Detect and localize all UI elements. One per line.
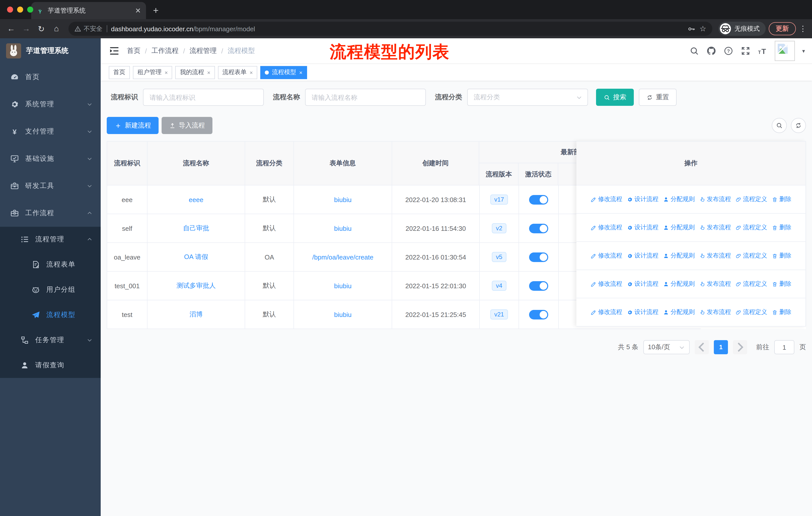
action-deploy-hand-link[interactable]: 发布流程 (699, 195, 731, 203)
tag-close-icon[interactable]: × (250, 69, 253, 75)
toggle-search-button[interactable] (772, 118, 787, 133)
form-info-link[interactable]: /bpm/oa/leave/create (312, 253, 374, 261)
search-icon[interactable] (689, 46, 699, 56)
prev-page-button[interactable] (695, 340, 709, 354)
window-controls[interactable] (7, 6, 33, 12)
process-name-link[interactable]: 滔博 (190, 310, 203, 319)
sidebar-item-4[interactable]: 研发工具 (0, 172, 101, 199)
search-button[interactable]: 搜索 (596, 89, 634, 106)
font-size-icon[interactable]: TT (758, 46, 768, 56)
sidebar-item-6[interactable]: 流程管理 (0, 227, 101, 252)
back-icon[interactable]: ← (5, 24, 17, 33)
tag-4[interactable]: 流程模型× (261, 66, 307, 79)
action-delete-link[interactable]: 删除 (772, 223, 791, 232)
tab-close-icon[interactable]: ✕ (135, 6, 141, 15)
app-logo[interactable]: 芋道管理系统 (0, 38, 101, 63)
reload-icon[interactable]: ↻ (35, 24, 47, 33)
browser-menu-icon[interactable]: ⋮ (799, 24, 807, 33)
action-delete-link[interactable]: 删除 (772, 195, 791, 203)
breadcrumb-workflow[interactable]: 工作流程 (151, 46, 179, 55)
filter-id-input[interactable] (143, 89, 264, 106)
sidebar-item-11[interactable]: 请假查询 (0, 353, 101, 378)
active-toggle[interactable] (529, 310, 548, 319)
tag-0[interactable]: 首页 (109, 66, 130, 79)
refresh-table-button[interactable] (791, 118, 806, 133)
page-size-select[interactable]: 10条/页 (643, 340, 690, 354)
new-tab-button[interactable]: + (153, 5, 158, 16)
action-deploy-hand-link[interactable]: 发布流程 (699, 308, 731, 317)
action-edit-link[interactable]: 修改流程 (590, 223, 622, 232)
action-design-gear-link[interactable]: 设计流程 (627, 251, 659, 260)
action-delete-link[interactable]: 删除 (772, 308, 791, 317)
sidebar-item-2[interactable]: ¥支付管理 (0, 118, 101, 145)
action-edit-link[interactable]: 修改流程 (590, 251, 622, 260)
form-info-link[interactable]: biubiu (334, 196, 351, 203)
import-process-button[interactable]: 导入流程 (162, 117, 212, 134)
tag-1[interactable]: 租户管理× (133, 66, 172, 79)
action-definition-clip-link[interactable]: 流程定义 (735, 251, 767, 260)
breadcrumb-process-mgmt[interactable]: 流程管理 (190, 46, 217, 55)
form-info-link[interactable]: biubiu (334, 224, 351, 232)
action-design-gear-link[interactable]: 设计流程 (627, 195, 659, 203)
action-definition-clip-link[interactable]: 流程定义 (735, 308, 767, 317)
action-definition-clip-link[interactable]: 流程定义 (735, 223, 767, 232)
sidebar-item-1[interactable]: 系统管理 (0, 91, 101, 118)
next-page-button[interactable] (733, 340, 747, 354)
maximize-window-button[interactable] (27, 6, 33, 12)
action-design-gear-link[interactable]: 设计流程 (627, 223, 659, 232)
action-assign-user-link[interactable]: 分配规则 (663, 280, 695, 288)
sidebar-item-9[interactable]: 流程模型 (0, 302, 101, 328)
process-name-link[interactable]: eeee (189, 196, 203, 203)
github-icon[interactable] (706, 46, 717, 56)
create-process-button[interactable]: ＋新建流程 (107, 117, 158, 134)
reset-button[interactable]: 重置 (639, 89, 676, 106)
sidebar-item-3[interactable]: 基础设施 (0, 145, 101, 172)
process-name-link[interactable]: 测试多审批人 (176, 281, 216, 290)
action-delete-link[interactable]: 删除 (772, 280, 791, 288)
update-button[interactable]: 更新 (769, 22, 796, 35)
action-definition-clip-link[interactable]: 流程定义 (735, 195, 767, 203)
action-design-gear-link[interactable]: 设计流程 (627, 280, 659, 288)
form-info-link[interactable]: biubiu (334, 311, 351, 318)
active-toggle[interactable] (529, 223, 548, 233)
filter-name-input[interactable] (305, 89, 426, 106)
sidebar-item-10[interactable]: 任务管理 (0, 328, 101, 353)
active-toggle[interactable] (529, 281, 548, 291)
bookmark-star-icon[interactable]: ☆ (699, 24, 706, 33)
fullscreen-icon[interactable] (741, 46, 751, 56)
action-assign-user-link[interactable]: 分配规则 (663, 251, 695, 260)
process-name-link[interactable]: OA 请假 (184, 252, 208, 262)
active-toggle[interactable] (529, 195, 548, 204)
action-assign-user-link[interactable]: 分配规则 (663, 223, 695, 232)
active-toggle[interactable] (529, 252, 548, 262)
breadcrumb-home[interactable]: 首页 (127, 46, 141, 55)
tag-3[interactable]: 流程表单× (218, 66, 258, 79)
action-delete-link[interactable]: 删除 (772, 251, 791, 260)
key-icon[interactable] (687, 24, 695, 33)
filter-category-select[interactable]: 流程分类 (467, 89, 588, 106)
goto-page-input[interactable] (774, 340, 794, 354)
browser-tab[interactable]: 芋道管理系统 ✕ (31, 2, 146, 19)
tag-close-icon[interactable]: × (207, 69, 210, 75)
action-deploy-hand-link[interactable]: 发布流程 (699, 251, 731, 260)
minimize-window-button[interactable] (17, 6, 23, 12)
url-bar[interactable]: 不安全 dashboard.yudao.iocoder.cn/bpm/manag… (68, 22, 712, 36)
process-name-link[interactable]: 自己审批 (183, 224, 209, 233)
action-definition-clip-link[interactable]: 流程定义 (735, 280, 767, 288)
tag-close-icon[interactable]: × (165, 69, 168, 75)
help-icon[interactable]: ? (724, 46, 734, 56)
action-design-gear-link[interactable]: 设计流程 (627, 308, 659, 317)
user-avatar[interactable] (775, 41, 795, 61)
sidebar-item-8[interactable]: 用户分组 (0, 277, 101, 302)
page-1-button[interactable]: 1 (714, 340, 728, 354)
action-edit-link[interactable]: 修改流程 (590, 195, 622, 203)
action-deploy-hand-link[interactable]: 发布流程 (699, 223, 731, 232)
action-assign-user-link[interactable]: 分配规则 (663, 308, 695, 317)
action-edit-link[interactable]: 修改流程 (590, 308, 622, 317)
tag-close-icon[interactable]: × (299, 69, 302, 75)
sidebar-item-0[interactable]: 首页 (0, 63, 101, 91)
action-edit-link[interactable]: 修改流程 (590, 280, 622, 288)
avatar-caret-icon[interactable]: ▾ (802, 48, 805, 54)
sidebar-item-7[interactable]: 流程表单 (0, 252, 101, 277)
tag-2[interactable]: 我的流程× (175, 66, 215, 79)
